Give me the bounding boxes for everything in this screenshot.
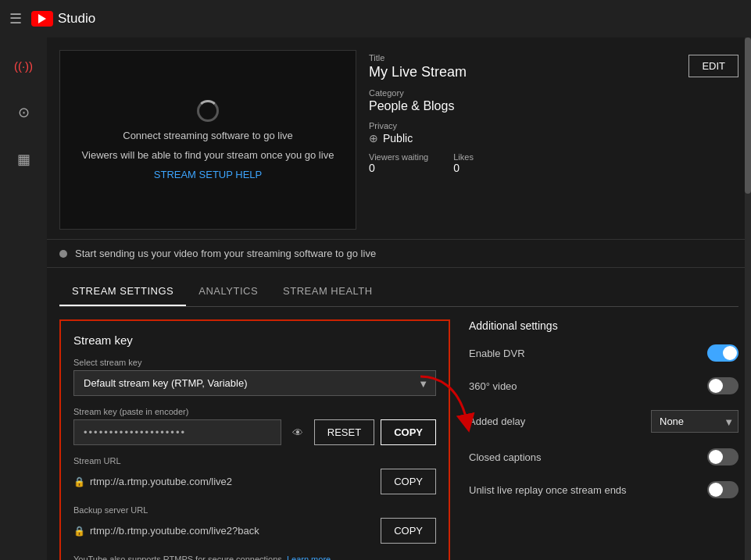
stream-key-section: Stream key Select stream key Default str…: [59, 319, 450, 560]
learn-more-link[interactable]: Learn more: [287, 555, 331, 560]
yt-icon: [31, 11, 53, 27]
360-label: 360° video: [469, 380, 517, 392]
delay-select-wrapper: None Normal (30s) Low latency ▼: [651, 410, 738, 433]
captions-toggle[interactable]: [707, 448, 738, 465]
tabs: STREAM SETTINGS ANALYTICS STREAM HEALTH: [59, 277, 738, 307]
status-bar: Start sending us your video from your st…: [47, 239, 751, 268]
info-panel: EDIT Title My Live Stream Category Peopl…: [369, 50, 738, 230]
sidebar-item-live[interactable]: ((·)): [8, 50, 39, 81]
setting-unlist-replay: Unlist live replay once stream ends: [469, 481, 738, 498]
dvr-label: Enable DVR: [469, 348, 525, 359]
tab-analytics[interactable]: ANALYTICS: [186, 277, 270, 306]
backup-label: Backup server URL: [73, 505, 436, 515]
tab-stream-health[interactable]: STREAM HEALTH: [270, 277, 385, 306]
stats-row: Viewers waiting 0 Likes 0: [369, 152, 738, 174]
stream-title: My Live Stream: [369, 64, 738, 80]
status-text: Start sending us your video from your st…: [75, 248, 376, 259]
stream-category: People & Blogs: [369, 99, 738, 113]
live-icon: ((·)): [14, 59, 33, 73]
youtube-logo: Studio: [31, 11, 95, 27]
calendar-icon: ▦: [17, 151, 30, 168]
setting-added-delay: Added delay None Normal (30s) Low latenc…: [469, 410, 738, 433]
sidebar-item-camera[interactable]: ⊙: [8, 97, 39, 128]
sidebar: ((·)) ⊙ ▦: [0, 37, 47, 560]
category-label: Category: [369, 88, 738, 98]
scrollbar-thumb[interactable]: [745, 37, 751, 194]
copy-url-button[interactable]: COPY: [381, 469, 436, 494]
camera-icon: ⊙: [18, 104, 30, 121]
url-label: Stream URL: [73, 456, 436, 465]
delay-label: Added delay: [469, 416, 525, 427]
captions-label: Closed captions: [469, 451, 542, 463]
rtmps-note: YouTube also supports RTMPS for secure c…: [73, 555, 436, 560]
backup-url-display: 🔒 rtmp://b.rtmp.youtube.com/live2?back: [73, 525, 374, 537]
additional-settings: Additional settings Enable DVR 360° vide…: [469, 319, 738, 560]
loading-spinner: [197, 100, 219, 122]
content-grid: Stream key Select stream key Default str…: [59, 319, 738, 560]
stream-privacy: Public: [383, 132, 413, 144]
setting-enable-dvr: Enable DVR: [469, 344, 738, 362]
lock-icon-backup: 🔒: [73, 526, 85, 537]
globe-icon: ⊕: [369, 132, 378, 144]
unlist-toggle[interactable]: [707, 481, 738, 498]
preview-line1: Connect streaming software to go live: [123, 130, 293, 141]
status-indicator: [59, 250, 67, 258]
likes-stat: Likes 0: [453, 152, 474, 174]
select-key-label: Select stream key: [73, 358, 436, 367]
app-title: Studio: [58, 11, 95, 27]
delay-select[interactable]: None Normal (30s) Low latency: [651, 410, 738, 433]
title-label: Title: [369, 53, 738, 62]
stream-setup-link[interactable]: STREAM SETUP HELP: [154, 169, 262, 180]
sidebar-item-calendar[interactable]: ▦: [8, 144, 39, 175]
scrollbar[interactable]: [745, 37, 751, 560]
stream-key-input-row: 👁 RESET COPY: [73, 419, 436, 445]
setting-360-video: 360° video: [469, 377, 738, 394]
lock-icon: 🔒: [73, 476, 85, 487]
backup-url-row: 🔒 rtmp://b.rtmp.youtube.com/live2?back C…: [73, 518, 436, 544]
360-toggle[interactable]: [707, 377, 738, 394]
viewers-waiting-stat: Viewers waiting 0: [369, 152, 428, 174]
stream-key-title: Stream key: [73, 334, 436, 347]
edit-button[interactable]: EDIT: [688, 55, 738, 77]
eye-icon: 👁: [292, 426, 303, 439]
tab-stream-settings[interactable]: STREAM SETTINGS: [59, 277, 186, 306]
copy-key-button[interactable]: COPY: [381, 419, 436, 445]
preview-row: Connect streaming software to go live Vi…: [59, 50, 738, 230]
dvr-toggle[interactable]: [707, 344, 738, 362]
stream-key-select-wrapper: Default stream key (RTMP, Variable) ▼: [73, 370, 436, 396]
reset-button[interactable]: RESET: [314, 419, 374, 445]
additional-settings-title: Additional settings: [469, 319, 738, 332]
privacy-label: Privacy: [369, 121, 738, 130]
reveal-key-button[interactable]: 👁: [288, 423, 308, 442]
main-content: Connect streaming software to go live Vi…: [47, 37, 751, 560]
menu-icon[interactable]: ☰: [9, 10, 22, 27]
stream-url-row: 🔒 rtmp://a.rtmp.youtube.com/live2 COPY: [73, 469, 436, 494]
stream-url-display: 🔒 rtmp://a.rtmp.youtube.com/live2: [73, 476, 374, 487]
copy-backup-button[interactable]: COPY: [381, 518, 436, 544]
stream-key-select[interactable]: Default stream key (RTMP, Variable): [73, 370, 436, 396]
key-input-label: Stream key (paste in encoder): [73, 407, 436, 416]
topbar: ☰ Studio: [0, 0, 751, 37]
setting-closed-captions: Closed captions: [469, 448, 738, 465]
stream-key-input[interactable]: [73, 419, 281, 445]
video-preview: Connect streaming software to go live Vi…: [59, 50, 356, 230]
unlist-label: Unlist live replay once stream ends: [469, 484, 627, 496]
privacy-row: ⊕ Public: [369, 132, 738, 144]
preview-line2: Viewers will be able to find your stream…: [82, 149, 334, 161]
